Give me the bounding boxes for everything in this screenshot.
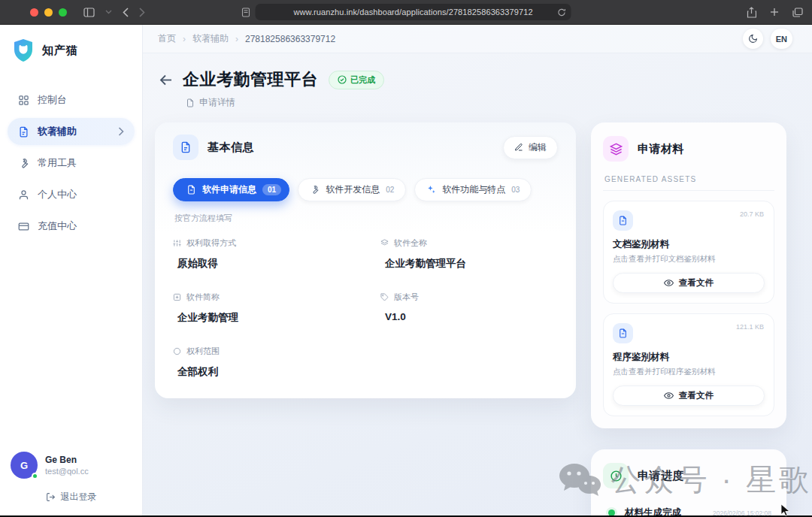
forward-navigation-icon[interactable] (139, 8, 145, 17)
status-badge: 已完成 (329, 71, 384, 89)
logout-button[interactable]: 退出登录 (11, 491, 132, 503)
basic-info-card: 基本信息 编辑 软件申请信息 01 (155, 122, 576, 398)
sidebar: 知产猫 控制台 软著辅助 (0, 25, 143, 515)
field-software-shortname: 软件简称 企业考勤管理 (173, 292, 350, 325)
share-icon[interactable] (747, 7, 756, 18)
tab-label: 软件功能与特点 (442, 183, 505, 196)
asset-title: 程序鉴别材料 (613, 351, 765, 364)
sidebar-item-dashboard[interactable]: 控制台 (8, 86, 135, 113)
tab-features[interactable]: 软件功能与特点 03 (414, 178, 532, 201)
field-label: 软件简称 (186, 292, 220, 303)
edit-button-label: 编辑 (529, 141, 547, 154)
brand[interactable]: 知产猫 (0, 25, 142, 67)
sidebar-item-label: 常用工具 (38, 156, 77, 170)
tab-development-info[interactable]: 软件开发信息 02 (298, 178, 406, 201)
address-bar[interactable]: www.ruanzhu.ink/dashboard/applications/2… (256, 4, 571, 20)
sidebar-item-label: 充值中心 (38, 219, 77, 233)
language-toggle-button[interactable]: EN (771, 29, 792, 49)
new-tab-icon[interactable] (770, 8, 779, 17)
asset-document-materials[interactable]: 20.7 KB 文档鉴别材料 点击查看并打印文档鉴别材料 查看文件 (603, 201, 774, 304)
wrench-icon (310, 185, 320, 195)
breadcrumb-separator (183, 34, 186, 44)
chevron-down-icon[interactable] (105, 10, 112, 14)
breadcrumb-home[interactable]: 首页 (158, 32, 176, 45)
theme-toggle-button[interactable] (743, 29, 763, 49)
tab-overview-icon[interactable] (792, 8, 803, 17)
generated-assets-label: GENERATED ASSETS (603, 175, 774, 191)
sidebar-item-copyright-assist[interactable]: 软著辅助 (8, 118, 135, 145)
asset-description: 点击查看并打印程序鉴别材料 (613, 367, 765, 377)
layers-stack-icon (603, 136, 629, 162)
tab-number-badge: 02 (386, 186, 394, 194)
page-settings-icon[interactable] (241, 8, 251, 17)
sidebar-item-profile[interactable]: 个人中心 (8, 181, 135, 208)
document-icon (18, 126, 29, 138)
tab-application-info[interactable]: 软件申请信息 01 (173, 178, 289, 201)
zoom-window-button[interactable] (59, 8, 67, 17)
sidebar-item-recharge[interactable]: 充值中心 (8, 213, 135, 240)
user-name: Ge Ben (45, 455, 89, 465)
tab-number-badge: 01 (262, 184, 281, 195)
field-label: 软件全称 (394, 237, 427, 249)
sidebar-item-tools[interactable]: 常用工具 (8, 150, 135, 177)
box-icon (173, 293, 181, 301)
asset-program-materials[interactable]: 121.1 KB 程序鉴别材料 点击查看并打印程序鉴别材料 查看文件 (603, 313, 774, 416)
field-value: 全部权利 (177, 365, 350, 379)
brand-name: 知产猫 (42, 44, 78, 58)
progress-timeline: 材料生成完成 2026/02/06 15:02:08 所有申请材料已生成完毕。 (603, 506, 774, 515)
sidebar-toggle-icon[interactable] (83, 8, 95, 17)
grid-icon (18, 95, 29, 106)
asset-description: 点击查看并打印文档鉴别材料 (613, 254, 765, 265)
page-title: 企业考勤管理平台 (183, 68, 318, 91)
sparkles-icon (426, 185, 436, 195)
file-text-icon (186, 185, 196, 195)
breadcrumb-separator (235, 34, 238, 44)
breadcrumb-section[interactable]: 软著辅助 (192, 32, 229, 45)
edit-button[interactable]: 编辑 (503, 136, 558, 159)
sliders-icon (173, 239, 181, 247)
pencil-icon (514, 143, 523, 152)
close-window-button[interactable] (30, 8, 38, 17)
clock-icon (603, 463, 629, 488)
browser-window: www.ruanzhu.ink/dashboard/applications/2… (0, 0, 812, 515)
tab-label: 软件申请信息 (202, 183, 256, 196)
basic-info-icon (173, 135, 198, 160)
page-subtitle: 申请详情 (186, 96, 812, 109)
back-navigation-icon[interactable] (123, 8, 129, 17)
sidebar-item-label: 控制台 (38, 93, 67, 107)
main-content: 首页 软著辅助 278182586363379712 EN 企业考勤 (143, 25, 812, 515)
sidebar-item-label: 软著辅助 (38, 125, 77, 138)
view-file-button[interactable]: 查看文件 (613, 273, 765, 293)
timeline-step: 材料生成完成 2026/02/06 15:02:08 所有申请材料已生成完毕。 (607, 506, 771, 515)
field-label: 版本号 (394, 292, 419, 303)
back-button[interactable] (159, 74, 172, 86)
avatar: G (11, 452, 38, 479)
tag-icon (380, 293, 389, 301)
reload-icon[interactable] (558, 8, 566, 17)
page-subtitle-label: 申请详情 (199, 96, 235, 109)
avatar-initial: G (20, 460, 28, 471)
field-rights-method: 权利取得方式 原始取得 (173, 237, 350, 271)
form-hint: 按官方流程填写 (174, 213, 558, 224)
logout-label: 退出登录 (61, 491, 97, 503)
top-bar: 首页 软著辅助 278182586363379712 EN (143, 25, 812, 53)
circle-icon (173, 347, 181, 355)
field-label: 权利范围 (186, 346, 220, 357)
wrench-icon (18, 158, 29, 169)
tab-label: 软件开发信息 (326, 183, 380, 196)
info-tabs: 软件申请信息 01 软件开发信息 02 (173, 178, 558, 201)
file-icon (186, 98, 195, 107)
minimize-window-button[interactable] (44, 8, 53, 17)
user-email: test@qol.cc (45, 467, 89, 476)
field-rights-scope: 权利范围 全部权利 (173, 346, 350, 379)
status-badge-label: 已完成 (350, 74, 375, 86)
tab-number-badge: 03 (511, 186, 520, 194)
step-title: 材料生成完成 (625, 506, 681, 515)
field-value: 企业考勤管理平台 (385, 257, 558, 271)
asset-title: 文档鉴别材料 (613, 238, 765, 251)
user-card[interactable]: G Ge Ben test@qol.cc (11, 452, 132, 479)
field-value: V1.0 (385, 311, 558, 322)
view-file-button[interactable]: 查看文件 (613, 385, 765, 406)
info-fields: 权利取得方式 原始取得 软件全称 企业考勤管理平台 (173, 237, 558, 379)
chevron-right-icon (118, 127, 124, 136)
